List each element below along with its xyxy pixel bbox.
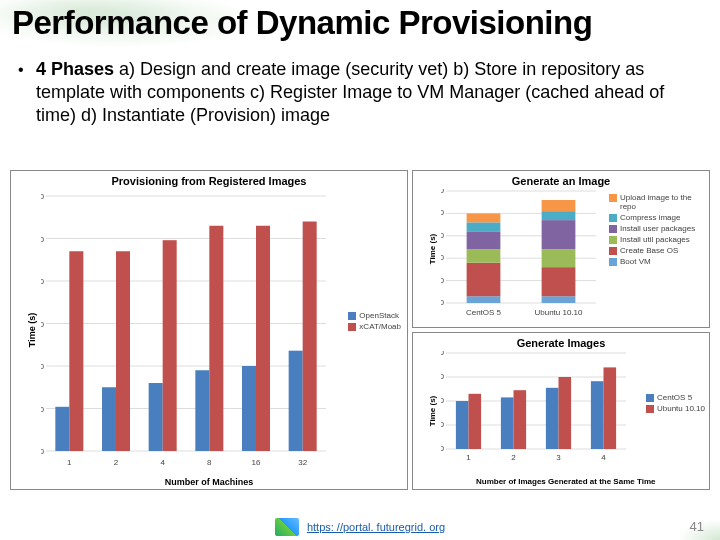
legend-label: Boot VM (620, 257, 651, 266)
futuregrid-logo-icon (275, 518, 299, 536)
svg-text:200: 200 (41, 277, 45, 286)
svg-rect-74 (546, 388, 559, 449)
svg-text:CentOS 5: CentOS 5 (466, 308, 502, 317)
bullet-item: • 4 Phases a) Design and create image (s… (18, 58, 702, 127)
legend-swatch (609, 236, 617, 244)
svg-rect-56 (542, 200, 576, 211)
legend-item: Install util packages (609, 235, 705, 244)
legend-item: xCAT/Moab (348, 322, 401, 331)
svg-rect-77 (591, 381, 604, 449)
legend-swatch (609, 225, 617, 233)
legend-item: Install user packages (609, 224, 705, 233)
svg-rect-23 (195, 370, 209, 451)
svg-text:800: 800 (441, 351, 445, 357)
svg-text:400: 400 (441, 208, 445, 217)
svg-rect-18 (116, 251, 130, 451)
svg-text:600: 600 (441, 372, 445, 381)
legend-swatch (609, 194, 617, 202)
legend-label: Ubuntu 10.10 (657, 404, 705, 413)
svg-rect-46 (467, 249, 501, 262)
svg-rect-30 (303, 222, 317, 452)
legend-swatch (646, 405, 654, 413)
svg-rect-21 (163, 240, 177, 451)
svg-rect-17 (102, 387, 116, 451)
portal-link[interactable]: https: //portal. futuregrid. org (307, 521, 445, 533)
svg-text:250: 250 (41, 235, 45, 244)
svg-rect-20 (149, 383, 163, 451)
svg-rect-47 (467, 231, 501, 249)
y-axis-label: Time (s) (428, 234, 437, 265)
x-axis-label: Number of Machines (165, 477, 254, 487)
svg-text:100: 100 (441, 276, 445, 285)
legend-swatch (609, 247, 617, 255)
chart-title: Generate an Image (413, 175, 709, 187)
plot-area: 02004006008001234 (441, 351, 631, 463)
footer: https: //portal. futuregrid. org (0, 518, 720, 536)
chart-provisioning: Provisioning from Registered Images Time… (10, 170, 408, 490)
svg-text:50: 50 (41, 405, 45, 414)
svg-rect-26 (242, 366, 256, 451)
svg-text:200: 200 (441, 420, 445, 429)
svg-rect-24 (209, 226, 223, 451)
plot-area: 05010015020025030012481632 (41, 191, 331, 471)
legend-item: CentOS 5 (646, 393, 705, 402)
legend-swatch (609, 258, 617, 266)
svg-text:500: 500 (441, 189, 445, 195)
legend-swatch (609, 214, 617, 222)
svg-text:100: 100 (41, 362, 45, 371)
svg-rect-53 (542, 249, 576, 267)
svg-text:3: 3 (556, 453, 561, 462)
svg-text:0: 0 (441, 444, 445, 453)
legend: Upload image to the repo Compress image … (609, 193, 705, 268)
svg-rect-72 (514, 390, 527, 449)
svg-text:150: 150 (41, 320, 45, 329)
legend-label: Install util packages (620, 235, 690, 244)
legend-label: CentOS 5 (657, 393, 692, 402)
svg-text:1: 1 (466, 453, 471, 462)
svg-rect-51 (542, 296, 576, 303)
svg-text:300: 300 (441, 231, 445, 240)
legend-label: Create Base OS (620, 246, 678, 255)
svg-text:16: 16 (252, 458, 261, 467)
svg-text:1: 1 (67, 458, 72, 467)
bullet-label: 4 Phases (36, 59, 114, 79)
svg-text:0: 0 (441, 298, 445, 307)
svg-rect-71 (501, 397, 514, 449)
svg-rect-69 (469, 394, 482, 449)
page-title: Performance of Dynamic Provisioning (12, 4, 592, 42)
chart-area: Provisioning from Registered Images Time… (10, 170, 710, 490)
chart-generate-image: Generate an Image Time (s) 0100200300400… (412, 170, 710, 328)
y-axis-label: Time (s) (27, 313, 37, 347)
svg-rect-14 (55, 407, 69, 451)
bullet-text: a) Design and create image (security vet… (36, 59, 664, 125)
svg-text:2: 2 (114, 458, 119, 467)
legend-label: Compress image (620, 213, 680, 222)
svg-rect-48 (467, 222, 501, 231)
chart-title: Provisioning from Registered Images (11, 175, 407, 187)
svg-rect-55 (542, 211, 576, 220)
svg-rect-15 (69, 251, 83, 451)
legend-item: OpenStack (348, 311, 401, 320)
legend-label: OpenStack (359, 311, 399, 320)
legend-swatch (646, 394, 654, 402)
legend-item: Boot VM (609, 257, 705, 266)
svg-rect-27 (256, 226, 270, 451)
svg-text:2: 2 (511, 453, 516, 462)
legend-label: xCAT/Moab (359, 322, 401, 331)
legend-item: Ubuntu 10.10 (646, 404, 705, 413)
legend-item: Create Base OS (609, 246, 705, 255)
legend-swatch (348, 323, 356, 331)
svg-rect-78 (604, 367, 617, 449)
svg-text:0: 0 (41, 447, 45, 456)
svg-text:300: 300 (41, 192, 45, 201)
x-axis-label: Number of Images Generated at the Same T… (476, 478, 646, 487)
svg-rect-68 (456, 401, 469, 449)
legend-item: Upload image to the repo (609, 193, 705, 211)
svg-text:4: 4 (160, 458, 165, 467)
y-axis-label: Time (s) (428, 396, 437, 427)
svg-text:32: 32 (298, 458, 307, 467)
legend-label: Upload image to the repo (620, 193, 705, 211)
svg-rect-54 (542, 220, 576, 249)
legend-item: Compress image (609, 213, 705, 222)
legend-label: Install user packages (620, 224, 695, 233)
